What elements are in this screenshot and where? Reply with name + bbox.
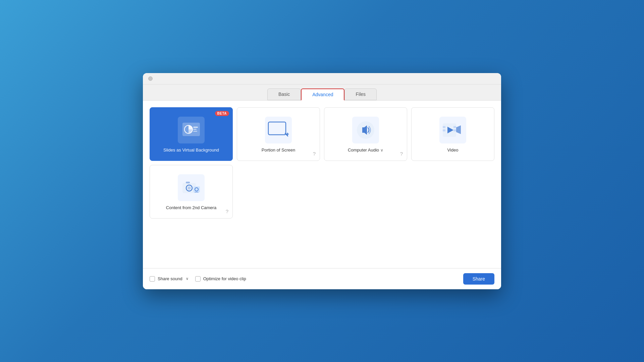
audio-label-row: Computer Audio ∨: [348, 147, 383, 153]
title-bar: [143, 73, 501, 84]
share-dialog: Basic Advanced Files BETA: [143, 73, 501, 289]
slides-icon: [182, 122, 201, 138]
svg-rect-15: [453, 126, 456, 128]
audio-info-icon[interactable]: ?: [400, 151, 403, 157]
computer-audio-icon: [356, 121, 375, 139]
svg-rect-24: [195, 192, 199, 193]
close-button[interactable]: [148, 76, 153, 81]
optimize-checkbox[interactable]: [195, 276, 201, 282]
card-slides-virtual-bg[interactable]: BETA Slides as Virtual: [150, 107, 233, 161]
camera2-info-icon[interactable]: ?: [226, 208, 228, 214]
slides-icon-wrap: [178, 117, 205, 143]
svg-rect-13: [443, 126, 445, 128]
cards-row-2: Content from 2nd Camera ?: [150, 165, 494, 219]
optimize-label: Optimize for video clip: [203, 276, 246, 281]
svg-rect-14: [443, 129, 445, 131]
share-sound-checkbox[interactable]: [150, 276, 155, 282]
card-content-2nd-camera[interactable]: Content from 2nd Camera ?: [150, 165, 233, 219]
svg-rect-3: [193, 129, 197, 130]
svg-point-20: [187, 186, 191, 190]
share-sound-item: Share sound ∨: [150, 276, 189, 282]
portion-label-row: Portion of Screen: [262, 147, 295, 153]
slides-virtual-bg-label: Slides as Virtual Background: [163, 147, 219, 153]
footer: Share sound ∨ Optimize for video clip Sh…: [143, 268, 501, 289]
share-sound-label: Share sound: [158, 276, 182, 281]
svg-rect-4: [193, 131, 197, 132]
audio-dropdown-arrow[interactable]: ∨: [380, 148, 383, 153]
share-button[interactable]: Share: [463, 273, 494, 285]
cards-row-1: BETA Slides as Virtual: [150, 107, 494, 161]
share-sound-dropdown[interactable]: ∨: [186, 277, 189, 281]
svg-rect-16: [453, 129, 456, 131]
camera2-icon-wrap: [178, 174, 205, 201]
svg-marker-17: [456, 125, 461, 134]
optimize-item: Optimize for video clip: [195, 276, 246, 282]
video-icon-wrap: [439, 117, 466, 143]
audio-icon-wrap: [352, 117, 379, 143]
tab-files[interactable]: Files: [344, 88, 377, 100]
portion-info-icon[interactable]: ?: [313, 151, 316, 157]
portion-screen-icon: [268, 121, 289, 139]
portion-icon-wrap: [265, 117, 292, 143]
camera2-icon: [181, 178, 201, 197]
svg-rect-22: [193, 186, 200, 192]
tab-advanced[interactable]: Advanced: [301, 88, 344, 101]
card-video[interactable]: Video: [411, 107, 494, 161]
content-area: BETA Slides as Virtual: [143, 101, 501, 268]
footer-left: Share sound ∨ Optimize for video clip: [150, 276, 246, 282]
svg-rect-2: [193, 127, 198, 128]
portion-screen-label: Portion of Screen: [262, 147, 295, 153]
svg-rect-5: [268, 122, 286, 135]
camera2-label-row: Content from 2nd Camera: [166, 205, 216, 210]
card-portion-of-screen[interactable]: Portion of Screen ?: [237, 107, 320, 161]
tab-basic[interactable]: Basic: [267, 88, 301, 100]
card-computer-audio[interactable]: Computer Audio ∨ ?: [324, 107, 407, 161]
video-label: Video: [447, 147, 458, 153]
camera2-label: Content from 2nd Camera: [166, 205, 216, 210]
video-icon: [442, 121, 464, 139]
tabs-bar: Basic Advanced Files: [143, 84, 501, 101]
svg-rect-21: [186, 182, 190, 183]
computer-audio-label: Computer Audio: [348, 147, 379, 153]
beta-badge: BETA: [215, 111, 229, 116]
